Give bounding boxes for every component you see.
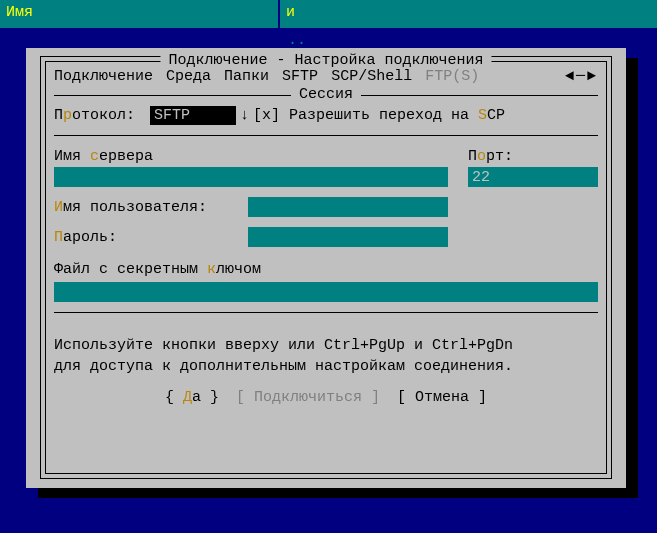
right-panel-title: и (286, 4, 295, 21)
tab-sftp[interactable]: SFTP (282, 68, 318, 85)
dialog-buttons: { Да } [ Подключиться ] [ Отмена ] (46, 383, 606, 412)
hint-text: Используйте кнопки вверху или Ctrl+PgUp … (46, 325, 606, 383)
username-label: Имя пользователя: (54, 199, 234, 216)
separator-line-2 (54, 312, 598, 313)
keyfile-label: Файл с секретным ключом (54, 261, 261, 278)
host-label: Имя сервера (54, 148, 448, 165)
connection-dialog: Подключение - Настройка подключения Подк… (26, 48, 626, 488)
panel-header: Имя и (0, 0, 657, 28)
tab-arrows: ◄─► (563, 68, 598, 85)
keyfile-input[interactable] (54, 282, 598, 302)
port-label: Порт: (468, 148, 598, 165)
password-label: Пароль: (54, 229, 234, 246)
dialog-tabs: Подключение Среда Папки SFTP SCP/Shell F… (54, 68, 483, 85)
separator-line (54, 135, 598, 136)
dropdown-arrow-icon[interactable]: ↓ (240, 107, 249, 124)
password-input[interactable] (248, 227, 448, 247)
allow-scp-checkbox[interactable]: [x] (253, 107, 280, 124)
protocol-label: Протокол: (54, 107, 150, 124)
tab-connection[interactable]: Подключение (54, 68, 153, 85)
port-input[interactable] (468, 167, 598, 187)
tab-environment[interactable]: Среда (166, 68, 211, 85)
tab-folders[interactable]: Папки (224, 68, 269, 85)
username-input[interactable] (248, 197, 448, 217)
host-input[interactable] (54, 167, 448, 187)
session-section-title: Сессия (291, 86, 361, 103)
cancel-button[interactable]: [ Отмена ] (397, 389, 487, 406)
dialog-title: Подключение - Настройка подключения (160, 52, 491, 69)
allow-scp-label: Разрешить переход на SCP (280, 107, 505, 124)
connect-button: [ Подключиться ] (236, 389, 380, 406)
tab-prev-icon[interactable]: ◄ (565, 68, 574, 85)
tab-scpshell[interactable]: SCP/Shell (331, 68, 412, 85)
left-panel-title: Имя (6, 4, 33, 21)
tab-ftps: FTP(S) (425, 68, 479, 85)
protocol-select[interactable]: SFTP (150, 106, 236, 125)
tab-next-icon[interactable]: ► (587, 68, 596, 85)
ok-button[interactable]: { Да } (165, 389, 219, 406)
